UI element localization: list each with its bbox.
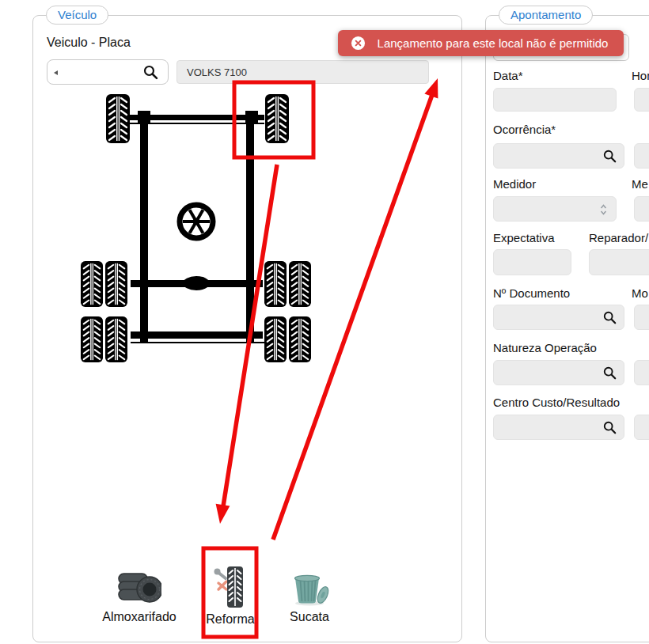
me-input[interactable]: [634, 196, 649, 222]
option-label: Sucata: [266, 610, 353, 624]
centro-label: Centro Custo/Resultado: [493, 396, 620, 409]
option-reforma[interactable]: Reforma: [187, 565, 274, 627]
mo-input[interactable]: [634, 305, 649, 330]
ocorrencia-col2-input[interactable]: [634, 143, 649, 169]
option-almoxarifado[interactable]: Almoxarifado: [96, 569, 183, 624]
search-icon[interactable]: [603, 421, 617, 434]
expectativa-label: Expectativa: [493, 231, 555, 244]
hora-label: Hor: [632, 69, 649, 82]
centro-col2-input[interactable]: [634, 415, 649, 440]
ocorrencia-label: Ocorrência*: [493, 123, 556, 136]
me-label: Me: [632, 177, 648, 191]
trash-icon: [289, 569, 330, 607]
data-input[interactable]: [493, 88, 617, 112]
plate-value-input[interactable]: [176, 60, 429, 84]
tire-repair-icon: [213, 565, 248, 609]
veiculo-panel: Veículo Veiculo - Placa Almoxarifado: [32, 15, 462, 642]
option-sucata[interactable]: Sucata: [266, 569, 353, 624]
search-icon[interactable]: [603, 150, 617, 163]
natureza-input[interactable]: [493, 360, 624, 385]
vehicle-search-input[interactable]: [47, 59, 169, 85]
apontamento-legend: Apontamento: [499, 6, 593, 25]
updown-chevron-icon: [599, 203, 608, 216]
documento-label: Nº Documento: [493, 286, 570, 300]
search-icon[interactable]: [603, 366, 617, 380]
centro-input[interactable]: [493, 415, 624, 440]
expectativa-input[interactable]: [493, 249, 571, 275]
medidor-label: Medidor: [493, 177, 536, 191]
search-icon[interactable]: [603, 311, 617, 324]
text-cursor: [54, 70, 58, 75]
stacked-tires-icon: [117, 569, 161, 607]
reparador-label: Reparador/: [589, 231, 648, 244]
reparador-input[interactable]: [589, 249, 649, 275]
data-label: Data*: [493, 69, 523, 82]
search-icon[interactable]: [143, 65, 158, 80]
hora-input[interactable]: [634, 88, 649, 112]
x-circle-icon: [351, 36, 366, 51]
medidor-select[interactable]: [493, 196, 617, 222]
option-label: Reforma: [187, 612, 274, 627]
natureza-label: Natureza Operação: [493, 341, 597, 354]
placa-label: Veiculo - Placa: [47, 36, 131, 50]
toast-message: Lançamento para este local não é permiti…: [378, 36, 609, 50]
error-toast: Lançamento para este local não é permiti…: [338, 30, 624, 56]
option-label: Almoxarifado: [96, 610, 183, 624]
veiculo-legend: Veículo: [46, 6, 108, 25]
ocorrencia-input[interactable]: [493, 143, 624, 169]
apontamento-panel: Apontamento Data* Hor Ocorrência* Medido…: [485, 15, 649, 642]
documento-input[interactable]: [493, 305, 624, 330]
mo-label: Mo: [632, 286, 648, 300]
natureza-col2-input[interactable]: [634, 360, 649, 385]
